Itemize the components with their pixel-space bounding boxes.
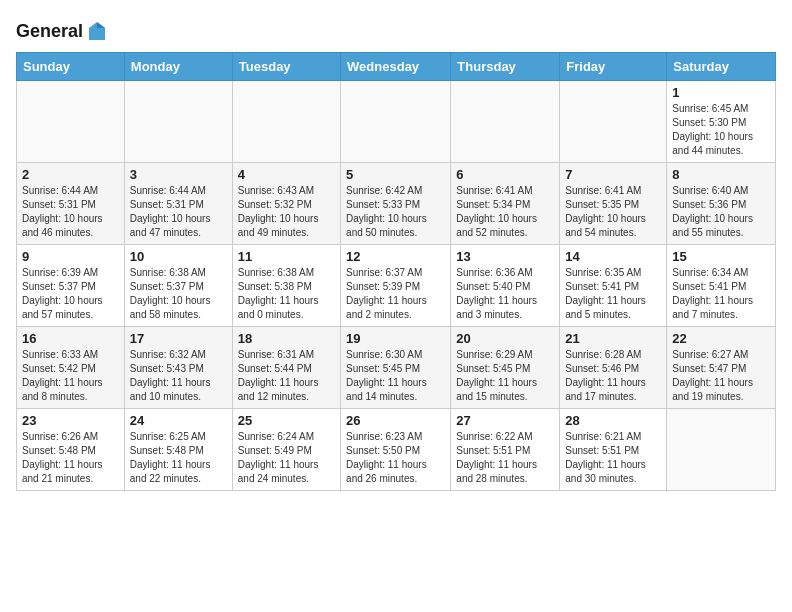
header-saturday: Saturday [667, 53, 776, 81]
day-info: Sunrise: 6:22 AM Sunset: 5:51 PM Dayligh… [456, 430, 554, 486]
calendar-cell: 17Sunrise: 6:32 AM Sunset: 5:43 PM Dayli… [124, 327, 232, 409]
day-info: Sunrise: 6:37 AM Sunset: 5:39 PM Dayligh… [346, 266, 445, 322]
calendar-cell: 2Sunrise: 6:44 AM Sunset: 5:31 PM Daylig… [17, 163, 125, 245]
calendar-cell: 23Sunrise: 6:26 AM Sunset: 5:48 PM Dayli… [17, 409, 125, 491]
calendar-cell: 18Sunrise: 6:31 AM Sunset: 5:44 PM Dayli… [232, 327, 340, 409]
day-number: 16 [22, 331, 119, 346]
calendar-cell: 7Sunrise: 6:41 AM Sunset: 5:35 PM Daylig… [560, 163, 667, 245]
calendar-cell: 12Sunrise: 6:37 AM Sunset: 5:39 PM Dayli… [341, 245, 451, 327]
day-info: Sunrise: 6:31 AM Sunset: 5:44 PM Dayligh… [238, 348, 335, 404]
day-info: Sunrise: 6:32 AM Sunset: 5:43 PM Dayligh… [130, 348, 227, 404]
day-number: 25 [238, 413, 335, 428]
day-number: 8 [672, 167, 770, 182]
day-number: 7 [565, 167, 661, 182]
day-info: Sunrise: 6:29 AM Sunset: 5:45 PM Dayligh… [456, 348, 554, 404]
calendar-cell: 22Sunrise: 6:27 AM Sunset: 5:47 PM Dayli… [667, 327, 776, 409]
calendar-cell: 27Sunrise: 6:22 AM Sunset: 5:51 PM Dayli… [451, 409, 560, 491]
calendar-cell: 15Sunrise: 6:34 AM Sunset: 5:41 PM Dayli… [667, 245, 776, 327]
day-number: 17 [130, 331, 227, 346]
calendar-cell: 6Sunrise: 6:41 AM Sunset: 5:34 PM Daylig… [451, 163, 560, 245]
day-info: Sunrise: 6:23 AM Sunset: 5:50 PM Dayligh… [346, 430, 445, 486]
day-number: 13 [456, 249, 554, 264]
day-number: 9 [22, 249, 119, 264]
calendar-cell: 3Sunrise: 6:44 AM Sunset: 5:31 PM Daylig… [124, 163, 232, 245]
day-info: Sunrise: 6:41 AM Sunset: 5:34 PM Dayligh… [456, 184, 554, 240]
day-number: 3 [130, 167, 227, 182]
logo-text: General [16, 20, 109, 44]
calendar-cell: 26Sunrise: 6:23 AM Sunset: 5:50 PM Dayli… [341, 409, 451, 491]
header-sunday: Sunday [17, 53, 125, 81]
header-monday: Monday [124, 53, 232, 81]
day-number: 28 [565, 413, 661, 428]
day-info: Sunrise: 6:27 AM Sunset: 5:47 PM Dayligh… [672, 348, 770, 404]
calendar-week-3: 16Sunrise: 6:33 AM Sunset: 5:42 PM Dayli… [17, 327, 776, 409]
day-number: 23 [22, 413, 119, 428]
day-info: Sunrise: 6:38 AM Sunset: 5:37 PM Dayligh… [130, 266, 227, 322]
calendar-cell: 11Sunrise: 6:38 AM Sunset: 5:38 PM Dayli… [232, 245, 340, 327]
calendar-cell [124, 81, 232, 163]
calendar-cell [232, 81, 340, 163]
calendar-cell [667, 409, 776, 491]
calendar-cell: 9Sunrise: 6:39 AM Sunset: 5:37 PM Daylig… [17, 245, 125, 327]
day-number: 20 [456, 331, 554, 346]
calendar-cell: 20Sunrise: 6:29 AM Sunset: 5:45 PM Dayli… [451, 327, 560, 409]
calendar-cell: 24Sunrise: 6:25 AM Sunset: 5:48 PM Dayli… [124, 409, 232, 491]
day-number: 19 [346, 331, 445, 346]
day-number: 15 [672, 249, 770, 264]
day-info: Sunrise: 6:33 AM Sunset: 5:42 PM Dayligh… [22, 348, 119, 404]
day-number: 6 [456, 167, 554, 182]
day-info: Sunrise: 6:39 AM Sunset: 5:37 PM Dayligh… [22, 266, 119, 322]
day-number: 11 [238, 249, 335, 264]
day-info: Sunrise: 6:45 AM Sunset: 5:30 PM Dayligh… [672, 102, 770, 158]
day-info: Sunrise: 6:41 AM Sunset: 5:35 PM Dayligh… [565, 184, 661, 240]
calendar-cell: 28Sunrise: 6:21 AM Sunset: 5:51 PM Dayli… [560, 409, 667, 491]
header-thursday: Thursday [451, 53, 560, 81]
calendar-cell: 4Sunrise: 6:43 AM Sunset: 5:32 PM Daylig… [232, 163, 340, 245]
day-info: Sunrise: 6:43 AM Sunset: 5:32 PM Dayligh… [238, 184, 335, 240]
day-info: Sunrise: 6:44 AM Sunset: 5:31 PM Dayligh… [22, 184, 119, 240]
day-number: 12 [346, 249, 445, 264]
header-friday: Friday [560, 53, 667, 81]
day-info: Sunrise: 6:26 AM Sunset: 5:48 PM Dayligh… [22, 430, 119, 486]
day-info: Sunrise: 6:38 AM Sunset: 5:38 PM Dayligh… [238, 266, 335, 322]
calendar-cell: 16Sunrise: 6:33 AM Sunset: 5:42 PM Dayli… [17, 327, 125, 409]
header-tuesday: Tuesday [232, 53, 340, 81]
calendar-week-1: 2Sunrise: 6:44 AM Sunset: 5:31 PM Daylig… [17, 163, 776, 245]
day-number: 18 [238, 331, 335, 346]
day-number: 21 [565, 331, 661, 346]
calendar-table: SundayMondayTuesdayWednesdayThursdayFrid… [16, 52, 776, 491]
day-number: 1 [672, 85, 770, 100]
day-info: Sunrise: 6:34 AM Sunset: 5:41 PM Dayligh… [672, 266, 770, 322]
calendar-cell: 1Sunrise: 6:45 AM Sunset: 5:30 PM Daylig… [667, 81, 776, 163]
day-number: 4 [238, 167, 335, 182]
day-number: 14 [565, 249, 661, 264]
logo: General [16, 20, 109, 44]
calendar-cell: 13Sunrise: 6:36 AM Sunset: 5:40 PM Dayli… [451, 245, 560, 327]
header-wednesday: Wednesday [341, 53, 451, 81]
day-info: Sunrise: 6:21 AM Sunset: 5:51 PM Dayligh… [565, 430, 661, 486]
calendar-cell [341, 81, 451, 163]
calendar-cell: 5Sunrise: 6:42 AM Sunset: 5:33 PM Daylig… [341, 163, 451, 245]
calendar-week-0: 1Sunrise: 6:45 AM Sunset: 5:30 PM Daylig… [17, 81, 776, 163]
calendar-week-4: 23Sunrise: 6:26 AM Sunset: 5:48 PM Dayli… [17, 409, 776, 491]
calendar-cell [560, 81, 667, 163]
day-info: Sunrise: 6:36 AM Sunset: 5:40 PM Dayligh… [456, 266, 554, 322]
day-number: 22 [672, 331, 770, 346]
day-info: Sunrise: 6:44 AM Sunset: 5:31 PM Dayligh… [130, 184, 227, 240]
calendar-cell: 10Sunrise: 6:38 AM Sunset: 5:37 PM Dayli… [124, 245, 232, 327]
page-header: General [16, 16, 776, 44]
calendar-cell: 21Sunrise: 6:28 AM Sunset: 5:46 PM Dayli… [560, 327, 667, 409]
day-number: 5 [346, 167, 445, 182]
calendar-cell: 14Sunrise: 6:35 AM Sunset: 5:41 PM Dayli… [560, 245, 667, 327]
calendar-header-row: SundayMondayTuesdayWednesdayThursdayFrid… [17, 53, 776, 81]
day-info: Sunrise: 6:40 AM Sunset: 5:36 PM Dayligh… [672, 184, 770, 240]
day-number: 26 [346, 413, 445, 428]
day-info: Sunrise: 6:28 AM Sunset: 5:46 PM Dayligh… [565, 348, 661, 404]
day-info: Sunrise: 6:30 AM Sunset: 5:45 PM Dayligh… [346, 348, 445, 404]
day-number: 2 [22, 167, 119, 182]
calendar-cell [451, 81, 560, 163]
day-info: Sunrise: 6:42 AM Sunset: 5:33 PM Dayligh… [346, 184, 445, 240]
day-number: 24 [130, 413, 227, 428]
day-number: 10 [130, 249, 227, 264]
day-info: Sunrise: 6:25 AM Sunset: 5:48 PM Dayligh… [130, 430, 227, 486]
